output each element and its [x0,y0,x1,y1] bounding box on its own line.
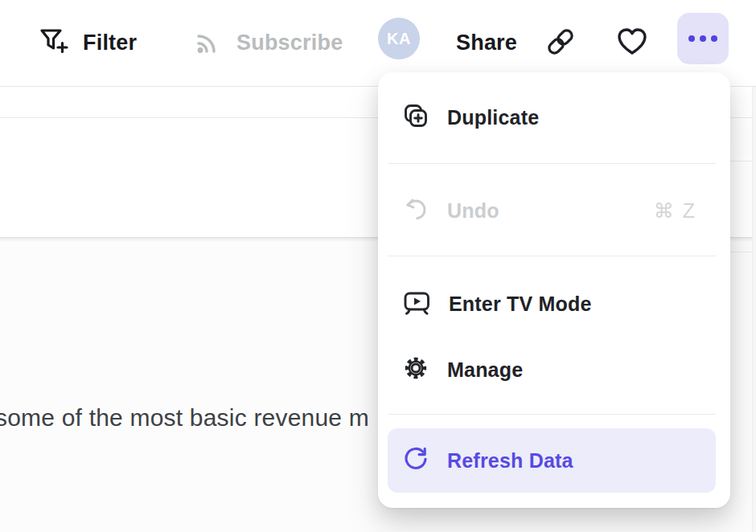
subscribe-button[interactable]: Subscribe [193,0,343,86]
heart-icon [614,26,650,61]
more-actions-button[interactable] [677,13,729,64]
refresh-icon [402,445,429,476]
avatar[interactable]: KA [378,18,420,59]
share-label: Share [456,31,517,55]
menu-divider [388,414,716,415]
menu-item-enter-tv-mode[interactable]: Enter TV Mode [378,280,730,328]
avatar-initials: KA [387,30,411,48]
menu-item-undo[interactable]: Undo ⌘ Z [378,186,730,235]
tv-play-icon [402,288,431,320]
app-screen: some of the most basic revenue m Filter … [0,0,756,532]
rss-icon [193,27,224,60]
filter-plus-icon [37,26,71,61]
gear-icon [402,354,429,385]
filter-label: Filter [83,31,137,55]
page-text-fragment: some of the most basic revenue m [0,404,369,432]
menu-item-refresh-data[interactable]: Refresh Data [388,428,716,493]
menu-item-label: Enter TV Mode [449,293,592,316]
menu-item-label: Undo [447,199,499,223]
duplicate-icon [402,102,429,133]
menu-item-label: Refresh Data [447,449,573,473]
menu-item-label: Manage [447,358,523,382]
filter-button[interactable]: Filter [37,0,137,86]
more-actions-menu: Duplicate Undo ⌘ Z Enter TV M [378,72,730,508]
menu-divider [388,163,716,164]
menu-item-manage[interactable]: Manage [378,346,730,394]
menu-divider [388,256,716,256]
menu-item-label: Duplicate [447,106,539,129]
right-edge-gutter [752,87,756,532]
menu-item-shortcut: ⌘ Z [654,186,696,235]
subscribe-label: Subscribe [236,31,343,55]
share-link-icon [544,25,577,62]
ellipsis-icon [688,35,717,42]
undo-icon [402,195,429,226]
menu-item-duplicate[interactable]: Duplicate [378,93,730,141]
